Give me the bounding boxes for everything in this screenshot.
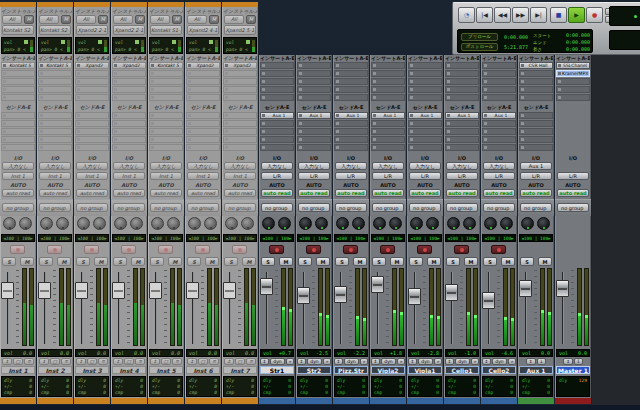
mute-button[interactable]: M bbox=[279, 257, 293, 266]
volume-display[interactable]: vol -2.2 bbox=[334, 349, 368, 357]
track-name[interactable]: Str2 bbox=[297, 366, 331, 374]
send-slot-c[interactable] bbox=[260, 128, 294, 135]
midi-mute-button[interactable]: M bbox=[61, 15, 71, 24]
output-selector[interactable]: Inst 1 bbox=[39, 172, 71, 180]
volume-display[interactable]: vol -2.5 bbox=[297, 349, 331, 357]
midi-all-button[interactable]: All bbox=[224, 15, 244, 24]
automation-mode-selector[interactable]: auto read bbox=[224, 189, 256, 197]
group-selector[interactable]: no group bbox=[187, 203, 219, 212]
track-name[interactable]: Inst 7 bbox=[223, 366, 257, 374]
input-selector[interactable]: 入力なし bbox=[224, 162, 256, 170]
track-name[interactable]: Inst 3 bbox=[75, 366, 109, 374]
pan-knob-right[interactable] bbox=[352, 217, 365, 230]
insert-slot-d[interactable] bbox=[371, 86, 405, 93]
pan-knob-left[interactable] bbox=[447, 217, 460, 230]
volume-display[interactable]: vol 0.0 bbox=[223, 349, 257, 357]
options-button[interactable]: ≡ bbox=[172, 358, 182, 365]
send-slot-c[interactable] bbox=[371, 128, 405, 135]
output-selector[interactable]: L/R bbox=[483, 172, 515, 180]
automation-mode-selector[interactable]: auto read bbox=[372, 189, 404, 197]
track-name[interactable]: Str1 bbox=[260, 366, 294, 374]
send-slot-b[interactable] bbox=[260, 120, 294, 127]
fast-forward-button[interactable]: ▶▶ bbox=[512, 7, 529, 23]
midi-all-button[interactable]: All bbox=[2, 15, 22, 24]
midi-io-selector[interactable]: Xpand2 2-1 bbox=[113, 25, 145, 35]
midi-vol-pan-display[interactable]: vol pan> 0 < bbox=[112, 37, 146, 54]
insert-slot-c[interactable] bbox=[38, 78, 72, 85]
insert-slot-a[interactable] bbox=[297, 62, 331, 69]
track-name[interactable]: Inst 6 bbox=[186, 366, 220, 374]
insert-slot-e[interactable] bbox=[149, 94, 183, 101]
insert-slot-d[interactable] bbox=[482, 86, 516, 93]
midi-all-button[interactable]: All bbox=[113, 15, 133, 24]
insert-slot-d[interactable] bbox=[75, 86, 109, 93]
mute-button[interactable]: M bbox=[242, 257, 256, 266]
send-slot-b[interactable] bbox=[371, 120, 405, 127]
send-slot-a[interactable]: Aux 1 bbox=[260, 112, 294, 119]
output-selector[interactable]: Inst 1 bbox=[187, 172, 219, 180]
output-selector[interactable]: L/R bbox=[446, 172, 478, 180]
solo-button[interactable]: S bbox=[187, 257, 201, 266]
record-enable-button[interactable] bbox=[10, 245, 25, 254]
dyn-selector-button[interactable]: dyn bbox=[381, 358, 395, 365]
send-slot-c[interactable] bbox=[1, 128, 35, 135]
fader-nudge-buttons[interactable]: ↕ bbox=[76, 358, 86, 365]
postroll-value[interactable]: 5:21.877 bbox=[500, 43, 528, 51]
pan-display[interactable]: ◄100 | 100► bbox=[75, 234, 109, 242]
pan-display[interactable]: ◄100 | 100► bbox=[223, 234, 257, 242]
send-slot-a[interactable]: Aux 1 bbox=[371, 112, 405, 119]
group-selector[interactable]: no group bbox=[520, 203, 552, 212]
track-name[interactable]: Viola1 bbox=[408, 366, 442, 374]
volume-display[interactable]: vol +1.8 bbox=[371, 349, 405, 357]
send-slot-b[interactable] bbox=[482, 120, 516, 127]
insert-slot-e[interactable] bbox=[408, 94, 442, 101]
play-button[interactable]: ▶ bbox=[568, 7, 585, 23]
track-name[interactable]: Cello1 bbox=[445, 366, 479, 374]
volume-display[interactable]: vol 0.0 bbox=[1, 349, 35, 357]
pan-knob-right[interactable] bbox=[426, 217, 439, 230]
pan-knob-left[interactable] bbox=[114, 217, 127, 230]
mute-button[interactable]: M bbox=[205, 257, 219, 266]
insert-slot-a[interactable]: SSLChanel bbox=[556, 62, 590, 69]
pan-knob-left[interactable] bbox=[77, 217, 90, 230]
input-selector[interactable]: Aux 1 bbox=[520, 162, 552, 170]
track-color-bar[interactable] bbox=[407, 398, 443, 404]
insert-slot-d[interactable] bbox=[38, 86, 72, 93]
insert-slot-a[interactable] bbox=[371, 62, 405, 69]
pan-knob-right[interactable] bbox=[19, 217, 32, 230]
track-color-bar[interactable] bbox=[259, 398, 295, 404]
dyn-selector-button[interactable]: dyn bbox=[418, 358, 432, 365]
track-color-bar[interactable] bbox=[111, 398, 147, 404]
insert-slot-b[interactable] bbox=[260, 70, 294, 77]
track-name[interactable]: Inst 2 bbox=[38, 366, 72, 374]
midi-mute-button[interactable]: M bbox=[172, 15, 182, 24]
track-color-bar[interactable] bbox=[444, 398, 480, 404]
send-slot-e[interactable] bbox=[1, 144, 35, 151]
insert-slot-a[interactable]: Kontakt 5 bbox=[149, 62, 183, 69]
insert-slot-d[interactable] bbox=[223, 86, 257, 93]
send-slot-d[interactable] bbox=[482, 136, 516, 143]
send-slot-a[interactable]: Aux 1 bbox=[445, 112, 479, 119]
solo-button[interactable]: S bbox=[298, 257, 312, 266]
fader-nudge-buttons[interactable]: ↕ bbox=[445, 358, 455, 365]
output-window-button[interactable]: □ bbox=[13, 358, 23, 365]
send-slot-d[interactable] bbox=[297, 136, 331, 143]
group-selector[interactable]: no group bbox=[372, 203, 404, 212]
fader-nudge-buttons[interactable]: ↕ bbox=[150, 358, 160, 365]
send-slot-e[interactable] bbox=[519, 144, 553, 151]
pan-knob-left[interactable] bbox=[262, 217, 275, 230]
rewind-button[interactable]: ◀◀ bbox=[494, 7, 511, 23]
send-slot-a[interactable]: Aux 1 bbox=[408, 112, 442, 119]
output-window-button[interactable]: □ bbox=[87, 358, 97, 365]
send-slot-b[interactable] bbox=[334, 120, 368, 127]
send-slot-c[interactable] bbox=[519, 128, 553, 135]
send-slot-b[interactable] bbox=[223, 120, 257, 127]
insert-slot-b[interactable] bbox=[38, 70, 72, 77]
volume-fader[interactable] bbox=[1, 282, 14, 299]
track-color-bar-top[interactable] bbox=[37, 2, 73, 7]
output-window-button[interactable]: □ bbox=[50, 358, 60, 365]
midi-vol-pan-display[interactable]: vol pan> 0 < bbox=[38, 37, 72, 54]
track-name[interactable]: Viola2 bbox=[371, 366, 405, 374]
insert-slot-c[interactable] bbox=[297, 78, 331, 85]
send-slot-a[interactable] bbox=[149, 112, 183, 119]
